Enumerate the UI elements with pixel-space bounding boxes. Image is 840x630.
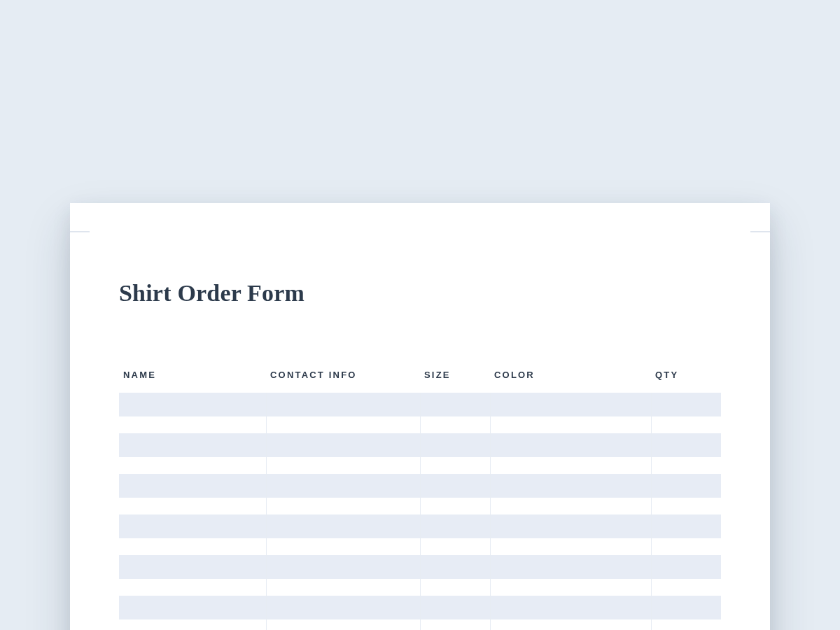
cell-color[interactable] [490,555,651,579]
cell-color[interactable] [490,514,651,538]
cell-name[interactable] [119,596,266,620]
document-title: Shirt Order Form [119,280,721,307]
cell-contact[interactable] [266,514,420,538]
row-gap [119,457,721,474]
cell-color[interactable] [490,393,651,416]
table-row[interactable] [119,596,721,620]
col-header-contact: CONTACT INFO [266,370,420,393]
table-row[interactable] [119,555,721,579]
row-gap [119,620,721,630]
cell-size[interactable] [420,514,490,538]
cell-contact[interactable] [266,474,420,498]
cell-contact[interactable] [266,433,420,457]
col-header-name: NAME [119,370,266,393]
order-table: NAME CONTACT INFO SIZE COLOR QTY [119,370,721,630]
table-row[interactable] [119,514,721,538]
cell-contact[interactable] [266,555,420,579]
cell-size[interactable] [420,393,490,416]
cell-color[interactable] [490,433,651,457]
cell-qty[interactable] [651,596,721,620]
col-header-color: COLOR [490,370,651,393]
row-gap [119,538,721,555]
table-header-row: NAME CONTACT INFO SIZE COLOR QTY [119,370,721,393]
order-form-document: Shirt Order Form NAME CONTACT INFO SIZE … [70,203,770,630]
row-gap [119,579,721,596]
cell-qty[interactable] [651,555,721,579]
row-gap [119,416,721,433]
cell-name[interactable] [119,555,266,579]
page-margin-tick-left [70,231,90,232]
page-margin-tick-right [750,231,770,232]
table-row[interactable] [119,474,721,498]
col-header-size: SIZE [420,370,490,393]
table-row[interactable] [119,393,721,416]
cell-size[interactable] [420,555,490,579]
cell-qty[interactable] [651,393,721,416]
row-gap [119,498,721,514]
col-header-qty: QTY [651,370,721,393]
cell-qty[interactable] [651,514,721,538]
table-row[interactable] [119,433,721,457]
cell-name[interactable] [119,433,266,457]
cell-size[interactable] [420,433,490,457]
table-body [119,393,721,630]
cell-name[interactable] [119,514,266,538]
cell-name[interactable] [119,393,266,416]
cell-color[interactable] [490,596,651,620]
cell-size[interactable] [420,474,490,498]
cell-qty[interactable] [651,433,721,457]
cell-color[interactable] [490,474,651,498]
cell-size[interactable] [420,596,490,620]
cell-contact[interactable] [266,596,420,620]
cell-qty[interactable] [651,474,721,498]
cell-name[interactable] [119,474,266,498]
cell-contact[interactable] [266,393,420,416]
